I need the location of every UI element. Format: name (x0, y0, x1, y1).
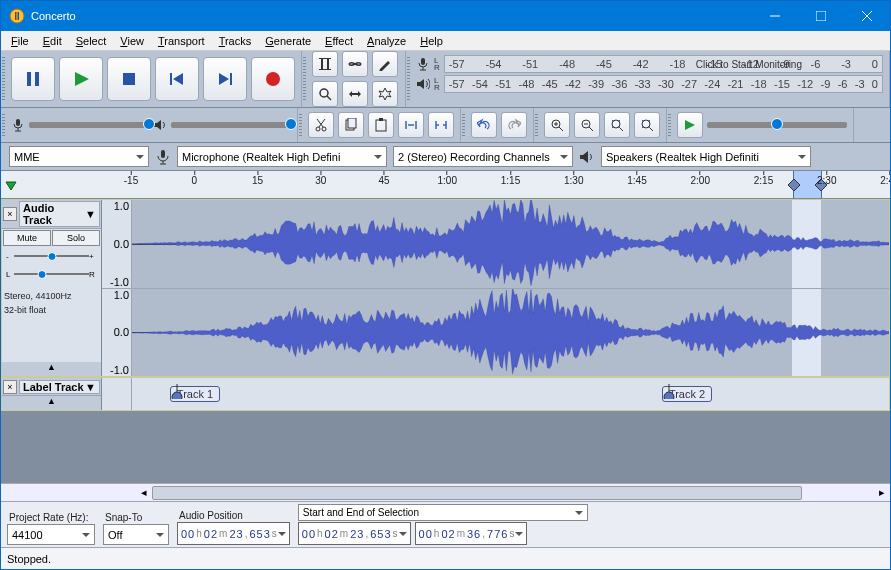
meter-tick: -51 (522, 58, 538, 70)
play-at-speed-button[interactable] (677, 112, 703, 138)
play-button[interactable] (59, 57, 103, 101)
undo-button[interactable] (471, 112, 497, 138)
scroll-left-button[interactable]: ◂ (136, 486, 152, 499)
svg-point-16 (320, 89, 328, 97)
track-menu-button[interactable]: Label Track▼ (19, 380, 100, 394)
timeline-ruler[interactable]: -1501530451:001:151:301:452:002:152:302:… (1, 171, 890, 199)
meter-tick: -45 (542, 78, 558, 90)
close-button[interactable] (844, 1, 890, 31)
record-meter[interactable]: -57-54-51-48-45-42 Click to Start Monito… (444, 55, 883, 73)
menu-help[interactable]: Help (414, 34, 449, 48)
monitor-message[interactable]: Click to Start Monitoring (696, 59, 802, 70)
speaker-icon (579, 149, 595, 165)
label-marker-2[interactable]: Track 2 (662, 386, 712, 402)
menu-select[interactable]: Select (70, 34, 113, 48)
selection-tool[interactable] (312, 51, 338, 77)
project-rate-combo[interactable]: 44100 (7, 524, 95, 545)
selection-mode-combo[interactable]: Start and End of Selection (298, 504, 588, 521)
chevron-down-icon: ▼ (85, 208, 96, 220)
meter-tick: -57 (449, 58, 465, 70)
audio-position-field[interactable]: 00h02m23,653s (177, 522, 290, 545)
waveform-right[interactable] (132, 289, 889, 377)
record-button[interactable] (251, 57, 295, 101)
menu-generate[interactable]: Generate (259, 34, 317, 48)
playback-volume-slider[interactable] (171, 122, 291, 128)
menu-effect[interactable]: Effect (319, 34, 359, 48)
paste-button[interactable] (368, 112, 394, 138)
record-meter-group: LR -57-54-51-48-45-42 Click to Start Mon… (406, 51, 890, 107)
track-title-label: Audio Track (23, 202, 85, 226)
label-canvas[interactable]: Track 1 Track 2 (132, 378, 889, 410)
maximize-button[interactable] (798, 1, 844, 31)
playback-meter[interactable]: -57-54-51-48-45-42-39-36-33-30-27-24-21-… (444, 75, 883, 93)
collapse-button[interactable]: ▲ (2, 362, 101, 376)
track-bitdepth-label: 32-bit float (2, 303, 101, 317)
project-rate-label: Project Rate (Hz): (7, 512, 95, 523)
ruler-tick: 1:15 (501, 171, 520, 186)
envelope-tool[interactable] (342, 51, 368, 77)
waveform-left[interactable] (132, 200, 889, 288)
sel-handle-left-icon[interactable] (788, 179, 800, 191)
multi-tool[interactable] (372, 81, 398, 107)
selection-toolbar: Project Rate (Hz): 44100 Snap-To Off Aud… (1, 501, 890, 547)
svg-rect-18 (16, 119, 20, 126)
pin-indicator[interactable] (1, 171, 21, 198)
timeshift-tool[interactable] (342, 81, 368, 107)
skip-end-button[interactable] (203, 57, 247, 101)
mic-icon (416, 57, 430, 71)
audio-position-label: Audio Position (177, 510, 290, 521)
menu-tracks[interactable]: Tracks (213, 34, 258, 48)
zoom-in-button[interactable] (544, 112, 570, 138)
silence-button[interactable] (428, 112, 454, 138)
ruler-body[interactable]: -1501530451:001:151:301:452:002:152:302:… (131, 171, 890, 198)
record-volume-slider[interactable] (29, 122, 149, 128)
track-close-button[interactable]: × (3, 380, 17, 394)
cut-button[interactable] (308, 112, 334, 138)
zoom-tool[interactable] (312, 81, 338, 107)
play-speed-slider[interactable] (707, 122, 847, 128)
track-menu-button[interactable]: Audio Track▼ (19, 201, 100, 227)
meter-tick: -24 (704, 78, 720, 90)
menu-edit[interactable]: Edit (37, 34, 68, 48)
meter-tick: 0 (872, 58, 878, 70)
meter-tick: -48 (518, 78, 534, 90)
selection-end-field[interactable]: 00h02m36,776s (415, 522, 528, 545)
collapse-button[interactable]: ▲ (2, 396, 101, 410)
selection-start-field[interactable]: 00h02m23,653s (298, 522, 411, 545)
ruler-tick: 30 (315, 171, 326, 186)
skip-start-button[interactable] (155, 57, 199, 101)
solo-button[interactable]: Solo (52, 230, 100, 246)
pause-button[interactable] (11, 57, 55, 101)
fit-selection-button[interactable] (604, 112, 630, 138)
minimize-button[interactable] (752, 1, 798, 31)
meter-tick: -57 (449, 78, 465, 90)
menu-transport[interactable]: Transport (152, 34, 211, 48)
ruler-tick: -15 (124, 171, 138, 186)
channels-combo[interactable]: 2 (Stereo) Recording Channels (393, 146, 573, 167)
mute-button[interactable]: Mute (3, 230, 51, 246)
meter-tick: -3 (855, 78, 865, 90)
gain-slider[interactable]: -+ (6, 249, 97, 263)
track-close-button[interactable]: × (3, 207, 17, 221)
output-device-combo[interactable]: Speakers (Realtek High Definiti (601, 146, 811, 167)
scroll-right-button[interactable]: ▸ (874, 486, 890, 499)
stop-button[interactable] (107, 57, 151, 101)
horizontal-scrollbar[interactable]: ◂ ▸ (1, 483, 890, 501)
label-marker-1[interactable]: Track 1 (170, 386, 220, 402)
gain-min: - (6, 252, 14, 261)
fit-project-button[interactable] (634, 112, 660, 138)
host-combo[interactable]: MME (9, 146, 149, 167)
menu-file[interactable]: File (5, 34, 35, 48)
zoom-out-button[interactable] (574, 112, 600, 138)
menu-analyze[interactable]: Analyze (361, 34, 412, 48)
snap-to-combo[interactable]: Off (103, 524, 169, 545)
trim-button[interactable] (398, 112, 424, 138)
meter-tick: -12 (797, 78, 813, 90)
draw-tool[interactable] (372, 51, 398, 77)
pan-slider[interactable]: LR (6, 267, 97, 281)
menu-view[interactable]: View (114, 34, 150, 48)
undo-group (461, 108, 534, 142)
copy-button[interactable] (338, 112, 364, 138)
input-device-combo[interactable]: Microphone (Realtek High Defini (177, 146, 387, 167)
redo-button[interactable] (501, 112, 527, 138)
